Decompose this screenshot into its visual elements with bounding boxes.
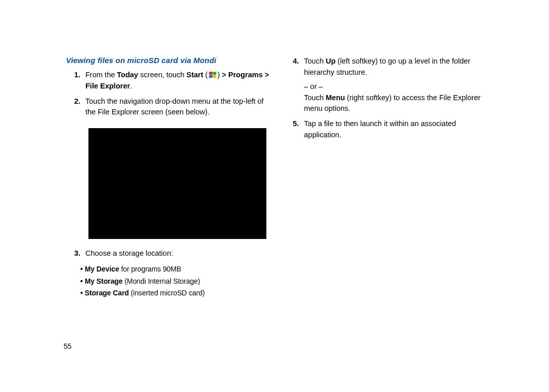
- steps-right: 4. Touch Up (left softkey) to go up a le…: [285, 56, 488, 141]
- steps-left-cont: 3. Choose a storage location:: [66, 248, 269, 259]
- step-2: 2. Touch the navigation drop-down menu a…: [66, 96, 269, 118]
- windows-start-icon: [208, 71, 217, 79]
- step-5-body: Tap a file to then launch it within an a…: [304, 118, 488, 141]
- step-4: 4. Touch Up (left softkey) to go up a le…: [285, 56, 488, 78]
- step-1-start: Start: [187, 71, 203, 79]
- step-4b: Touch Menu (right softkey) to access the…: [285, 93, 488, 115]
- storage-bullets: My Device for programs 90MB My Storage (…: [80, 263, 269, 299]
- step-4b-pre: Touch: [304, 94, 326, 102]
- step-4-or: – or –: [304, 82, 488, 91]
- step-4b-number: [285, 93, 304, 115]
- step-3: 3. Choose a storage location:: [66, 248, 269, 259]
- bullet-my-storage-bold: My Storage: [85, 277, 123, 285]
- step-2-number: 2.: [66, 96, 85, 118]
- step-2-body: Touch the navigation drop-down menu at t…: [85, 96, 269, 118]
- step-1-rp: ): [218, 71, 222, 79]
- bullet-storage-card-bold: Storage Card: [85, 289, 129, 297]
- step-5-number: 5.: [285, 118, 304, 141]
- step-4-up: Up: [326, 57, 336, 65]
- step-4b-body: Touch Menu (right softkey) to access the…: [304, 93, 488, 115]
- step-1-today: Today: [117, 71, 138, 79]
- content-columns: Viewing files on microSD card via Mondi …: [66, 56, 488, 299]
- page-number: 55: [64, 342, 72, 350]
- section-heading: Viewing files on microSD card via Mondi: [66, 56, 269, 65]
- bullet-my-storage: My Storage (Mondi Internal Storage): [80, 276, 269, 288]
- right-column: 4. Touch Up (left softkey) to go up a le…: [285, 56, 488, 299]
- step-3-number: 3.: [66, 248, 85, 259]
- step-1-text-mid: screen, touch: [138, 71, 187, 79]
- step-1-body: From the Today screen, touch Start ( ) >…: [85, 70, 269, 92]
- bullet-my-device-rest: for programs 90MB: [119, 265, 181, 273]
- step-4-body: Touch Up (left softkey) to go up a level…: [304, 56, 488, 78]
- screenshot-placeholder: [88, 128, 266, 239]
- step-3-body: Choose a storage location:: [85, 248, 269, 259]
- step-1: 1. From the Today screen, touch Start ( …: [66, 70, 269, 92]
- step-1-number: 1.: [66, 70, 85, 92]
- step-4-number: 4.: [285, 56, 304, 78]
- bullet-my-device-bold: My Device: [85, 265, 119, 273]
- step-5: 5. Tap a file to then launch it within a…: [285, 118, 488, 141]
- step-1-text-pre: From the: [85, 71, 117, 79]
- step-4-pre: Touch: [304, 57, 326, 65]
- bullet-storage-card: Storage Card (inserted microSD card): [80, 287, 269, 299]
- step-1-lp: (: [203, 71, 208, 79]
- bullet-my-storage-rest: (Mondi Internal Storage): [123, 277, 200, 285]
- bullet-storage-card-rest: (inserted microSD card): [129, 289, 205, 297]
- page: Viewing files on microSD card via Mondi …: [0, 0, 549, 392]
- step-1-tail: .: [130, 82, 132, 90]
- bullet-my-device: My Device for programs 90MB: [80, 263, 269, 276]
- steps-left: 1. From the Today screen, touch Start ( …: [66, 70, 269, 118]
- left-column: Viewing files on microSD card via Mondi …: [66, 56, 269, 299]
- step-4b-menu: Menu: [326, 94, 345, 102]
